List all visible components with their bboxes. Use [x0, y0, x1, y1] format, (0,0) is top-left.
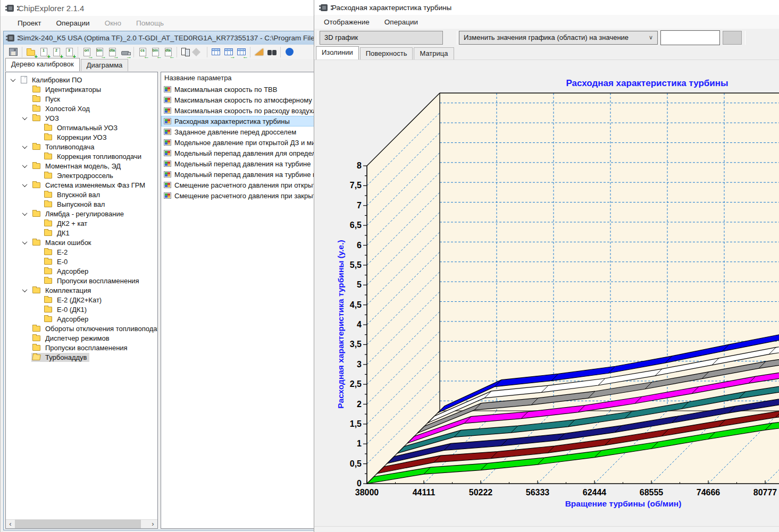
- tree-item-адсорбер[interactable]: Адсорбер: [6, 266, 157, 276]
- param-row[interactable]: Модельное давление при открытой ДЗ и мин…: [161, 137, 319, 148]
- tree-item-идентификаторы[interactable]: Идентификаторы: [6, 85, 157, 94]
- toolbar-separator: [250, 47, 250, 57]
- y-tick-label: 0: [357, 479, 362, 488]
- tree-item-дк1[interactable]: ДК1: [6, 228, 157, 238]
- param-row[interactable]: Модельный перепад давления для определен: [161, 148, 319, 158]
- map-icon: [164, 97, 171, 103]
- tree-item-холостой-ход[interactable]: Холостой Ход: [6, 104, 157, 113]
- save-icon[interactable]: [7, 46, 20, 58]
- tree-item-лямбда-регулирование[interactable]: Лямбда - регулирование: [6, 209, 157, 218]
- chevron-expanded-icon[interactable]: [22, 115, 28, 120]
- tree-item-маски-ошибок[interactable]: Маски ошибок: [6, 238, 157, 247]
- tree-item-дк2-кат[interactable]: ДК2 + кат: [6, 218, 157, 228]
- tree-item-е-2[interactable]: Е-2: [6, 247, 157, 257]
- compare-icon[interactable]: [179, 46, 192, 58]
- table-export-icon[interactable]: →: [222, 46, 235, 58]
- main-toolbar: +1+2+3+ori→bin→dta→→cs←bin←dta←→←: [4, 45, 340, 59]
- menu-item-операции[interactable]: Операции: [48, 17, 97, 29]
- param-row[interactable]: Максимальная скорость по ТВВ: [161, 84, 319, 95]
- tree-item-электродроссель[interactable]: Электродроссель: [6, 171, 157, 180]
- param-row[interactable]: Максимальная скорость по расходу воздуха: [161, 105, 319, 116]
- tree-item-турбонаддув[interactable]: Турбонаддув: [6, 352, 157, 362]
- info-icon[interactable]: [283, 46, 296, 58]
- chart-area[interactable]: 00,511,522,533,544,555,566,577,583800044…: [314, 60, 779, 526]
- scroll-right-arrow[interactable]: ›: [148, 520, 157, 528]
- param-row[interactable]: Модельный перепад давления на турбине пр…: [161, 169, 319, 180]
- tree-item-е-2-дк2-кат-[interactable]: Е-2 (ДК2+Кат): [6, 295, 157, 305]
- table-view-icon[interactable]: [210, 46, 222, 58]
- chevron-expanded-icon[interactable]: [22, 182, 28, 187]
- tree-item-оптимальный-уоз[interactable]: Оптимальный УОЗ: [6, 123, 157, 132]
- menu-item-операции[interactable]: Операции: [377, 16, 425, 28]
- tab-матрица[interactable]: Матрица: [414, 47, 454, 60]
- graph-action-select[interactable]: Изменить значения графика (области) на з…: [459, 31, 658, 45]
- chevron-expanded-icon[interactable]: [22, 210, 28, 216]
- import-bin-icon[interactable]: bin←: [149, 46, 162, 58]
- value-input[interactable]: [660, 30, 720, 45]
- menu-item-проект[interactable]: Проект: [10, 17, 48, 29]
- tree-item-коррекции-уоз[interactable]: Коррекции УОЗ: [6, 132, 157, 142]
- import-cs-icon[interactable]: cs←: [136, 46, 149, 58]
- import-dta-icon[interactable]: dta←: [162, 46, 174, 58]
- graph-titlebar[interactable]: Расходная характеристика турбины: [314, 0, 779, 15]
- add-slot-1-icon[interactable]: 1+: [37, 46, 50, 58]
- table-import-icon[interactable]: ←: [235, 46, 248, 58]
- tree-item-моментная-модель-эд[interactable]: Моментная модель, ЭД: [6, 161, 157, 171]
- tree-item-уоз[interactable]: УОЗ: [6, 113, 157, 123]
- tab-поверхность[interactable]: Поверхность: [360, 47, 413, 60]
- chevron-expanded-icon[interactable]: [22, 287, 28, 292]
- param-row[interactable]: Заданное давление перед дросселем: [161, 126, 319, 137]
- export-ori-icon[interactable]: ori→: [80, 46, 93, 58]
- turbine-flow-3d-chart[interactable]: 00,511,522,533,544,555,566,577,583800044…: [314, 60, 779, 526]
- param-row[interactable]: Модельный перепад давления на турбине: [161, 158, 319, 169]
- search-icon[interactable]: [265, 46, 278, 58]
- tab-дерево калибровок[interactable]: Дерево калибровок: [5, 58, 80, 71]
- chevron-expanded-icon[interactable]: [22, 163, 28, 168]
- chevron-expanded-icon[interactable]: [22, 143, 28, 149]
- tree-item-пуск[interactable]: Пуск: [6, 94, 157, 104]
- tree-item-обороты-отключения-топливоподачи[interactable]: Обороты отключения топливоподачи: [6, 324, 157, 333]
- measure-icon[interactable]: [253, 46, 265, 58]
- tree-item-е-0[interactable]: Е-0: [6, 257, 157, 266]
- tree-item-content: Турбонаддув: [31, 353, 89, 362]
- param-row[interactable]: Смещение расчетного давления при открыти: [161, 180, 319, 190]
- folder-icon: [44, 173, 52, 179]
- tab-изолинии[interactable]: Изолинии: [316, 46, 359, 60]
- tree-item-калибровки-по[interactable]: Калибровки ПО: [6, 75, 157, 85]
- view-mode-box[interactable]: 3D график: [320, 31, 443, 45]
- add-slot-2-icon[interactable]: 2+: [50, 46, 63, 58]
- tree-item-адсорбер[interactable]: Адсорбер: [6, 314, 157, 324]
- add-slot-3-icon[interactable]: 3+: [63, 46, 76, 58]
- menu-item-окно[interactable]: Окно: [97, 17, 129, 29]
- tree-item-пропуски-воспламенения[interactable]: Пропуски воспламенения: [6, 276, 157, 285]
- tree-item-content: Обороты отключения топливоподачи: [31, 324, 158, 333]
- tab-диаграмма[interactable]: Диаграмма: [81, 59, 129, 71]
- graph-tabs: ИзолинииПоверхностьМатрица: [314, 47, 779, 60]
- tree-item-диспетчер-режимов[interactable]: Диспетчер режимов: [6, 333, 157, 343]
- chevron-expanded-icon[interactable]: [11, 77, 16, 82]
- tree-item-система-изменяемых-фаз-грм[interactable]: Система изменяемых Фаз ГРМ: [6, 180, 157, 190]
- scroll-thumb[interactable]: [15, 520, 141, 528]
- tree-item-топливоподача[interactable]: Топливоподача: [6, 142, 157, 151]
- tree-item-комплектация[interactable]: Комплектация: [6, 285, 157, 295]
- menu-item-отображение[interactable]: Отображение: [316, 16, 377, 28]
- open-project-add-icon[interactable]: +: [24, 46, 37, 58]
- chevron-expanded-icon[interactable]: [22, 239, 28, 244]
- tree-item-впускной-вал[interactable]: Впускной вал: [6, 190, 157, 199]
- param-row[interactable]: Максимальная скорость по атмосферному да…: [161, 95, 319, 105]
- param-row[interactable]: Расходная характеристика турбины: [161, 116, 319, 126]
- export-usb-icon[interactable]: →: [119, 46, 131, 58]
- tree-item-е-0-дк1-[interactable]: Е-0 (ДК1): [6, 305, 157, 314]
- tree-item-коррекция-топливоподачи[interactable]: Коррекция топливоподачи: [6, 151, 157, 161]
- export-bin-icon[interactable]: bin→: [93, 46, 106, 58]
- export-dta-icon[interactable]: dta→: [106, 46, 119, 58]
- project-titlebar[interactable]: Sim2k-240_K5 USA (Optima TF)_2.0 T-GDI_A…: [4, 31, 340, 45]
- scroll-left-arrow[interactable]: ‹: [6, 520, 15, 528]
- param-row[interactable]: Смещение расчетного давления при закрыти: [161, 190, 319, 201]
- menu-item-помощь[interactable]: Помощь: [129, 17, 171, 29]
- tree-item-пропуски-воспламенения[interactable]: Пропуски воспламенения: [6, 343, 157, 352]
- folder-icon: [32, 115, 40, 121]
- tree-item-выпускной-вал[interactable]: Выпускной вал: [6, 199, 157, 209]
- tree-hscrollbar[interactable]: ‹ ›: [6, 519, 157, 528]
- apply-button[interactable]: [723, 31, 742, 45]
